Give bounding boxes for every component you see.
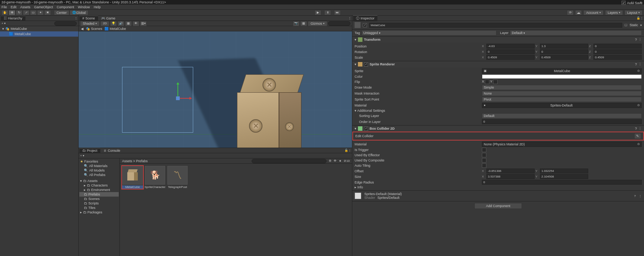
- order-input[interactable]: 0: [482, 119, 642, 124]
- flip-x-checkbox[interactable]: [485, 80, 489, 84]
- position-y-input[interactable]: 1.3: [540, 44, 588, 49]
- filter-icon[interactable]: ⚙: [329, 159, 331, 163]
- play-button[interactable]: ▶: [315, 10, 321, 15]
- size-x-input[interactable]: 3.537388: [486, 174, 535, 179]
- star-icon[interactable]: ★: [339, 159, 341, 163]
- effector-checkbox[interactable]: [482, 153, 486, 157]
- menu-help[interactable]: Help: [94, 5, 101, 9]
- lock-icon[interactable]: 🔓: [637, 16, 640, 20]
- hierarchy-search-input[interactable]: [54, 21, 77, 26]
- tree-assets[interactable]: ▾ 🗀 Assets: [79, 179, 119, 183]
- tree-all-prefabs[interactable]: 🔍 All Prefabs: [79, 173, 119, 177]
- inspector-tab[interactable]: ⓘ Inspector: [353, 15, 377, 21]
- scale-z-input[interactable]: 0.4509: [593, 55, 642, 60]
- scale-x-input[interactable]: 0.4509: [486, 55, 535, 60]
- account-dropdown[interactable]: Account: [583, 10, 604, 15]
- hierarchy-item-metalcube[interactable]: 🟦 MetalCube: [0, 31, 78, 37]
- help-icon[interactable]: ?: [635, 127, 637, 130]
- transform-tool-button[interactable]: ✦: [37, 10, 44, 15]
- scene-search-input[interactable]: [328, 21, 350, 26]
- hand-tool-button[interactable]: ✋: [1, 10, 8, 15]
- edit-collider-button[interactable]: ✎: [634, 133, 641, 139]
- hidden-toggle-icon[interactable]: 👁: [133, 21, 139, 26]
- tree-favorites[interactable]: ★Favorites: [79, 159, 119, 164]
- active-checkbox[interactable]: [363, 23, 367, 27]
- 2d-toggle[interactable]: 2D: [100, 21, 109, 26]
- help-icon[interactable]: ?: [635, 38, 637, 41]
- custom-tool-button[interactable]: ✖: [44, 10, 51, 15]
- sprite-field[interactable]: ▣ MetalCube: [482, 68, 642, 74]
- breadcrumb-asset[interactable]: 🟦 MetalCube: [104, 27, 126, 31]
- tag-dropdown[interactable]: Untagged ▾: [362, 30, 496, 36]
- scene-viewport[interactable]: ✕ ✕ ✕: [79, 31, 352, 148]
- move-tool-button[interactable]: ✥: [9, 10, 15, 15]
- shading-dropdown[interactable]: Shaded: [80, 21, 100, 26]
- color-field[interactable]: [482, 74, 642, 79]
- offset-y-input[interactable]: 1.032254: [540, 169, 588, 173]
- offset-x-input[interactable]: -0.851306: [486, 169, 535, 173]
- rotate-tool-button[interactable]: ↻: [16, 10, 22, 15]
- phys-material-field[interactable]: None (Physics Material 2D): [482, 142, 642, 147]
- position-x-input[interactable]: -4.63: [486, 44, 535, 49]
- path-prefabs[interactable]: Prefabs: [136, 159, 148, 163]
- sprite-enabled-checkbox[interactable]: [364, 62, 368, 67]
- hidden-icon[interactable]: 👁: [334, 159, 337, 163]
- tree-scripts[interactable]: 🗀 Scripts: [79, 201, 119, 206]
- composite-checkbox[interactable]: [482, 158, 486, 163]
- help-icon[interactable]: ?: [635, 62, 637, 66]
- sorting-layer-dropdown[interactable]: Default: [482, 113, 642, 118]
- scale-tool-button[interactable]: ⤢: [23, 10, 30, 15]
- rect-tool-button[interactable]: ▭: [30, 10, 37, 15]
- menu-window[interactable]: Window: [78, 5, 90, 9]
- tree-all-materials[interactable]: 🔍 All Materials: [79, 164, 119, 168]
- cloud-icon[interactable]: ☁: [575, 10, 582, 15]
- asset-metalcube[interactable]: MetalCube: [122, 166, 143, 189]
- tree-packages[interactable]: ▸ 🗀 Packages: [79, 210, 119, 215]
- tree-prefabs[interactable]: 🗀 Prefabs: [79, 192, 119, 197]
- project-add-button[interactable]: + ▾: [80, 154, 84, 157]
- component-menu-icon[interactable]: ⋮: [638, 38, 642, 41]
- rotation-z-input[interactable]: 0: [593, 49, 642, 54]
- material-title[interactable]: Sprites-Default (Material): [364, 192, 631, 196]
- lighting-toggle-icon[interactable]: 💡: [110, 21, 117, 26]
- gizmos-dropdown[interactable]: Gizmos: [308, 21, 327, 26]
- pause-button[interactable]: ⏸: [324, 10, 331, 15]
- collab-icon[interactable]: ⟳: [567, 10, 574, 15]
- tiling-checkbox[interactable]: [482, 163, 486, 168]
- asset-telegraphpost[interactable]: 〽 TelegraphPost: [167, 166, 188, 189]
- menu-file[interactable]: File: [1, 5, 7, 9]
- size-y-input[interactable]: 2.104508: [540, 174, 588, 179]
- path-assets[interactable]: Assets: [122, 159, 132, 163]
- panel-menu-icon[interactable]: ⋮: [348, 149, 351, 152]
- shader-dropdown[interactable]: Sprites/Default: [377, 196, 631, 200]
- tree-characters[interactable]: ▸ 🗀 Characters: [79, 183, 119, 188]
- box-collider-header[interactable]: ▾ Box Collider 2D ?⋮: [352, 126, 644, 132]
- tree-all-models[interactable]: 🔍 All Models: [79, 168, 119, 173]
- object-name-input[interactable]: MetalCube: [369, 23, 622, 28]
- scale-y-input[interactable]: 0.4509: [540, 55, 588, 60]
- step-button[interactable]: ⏭: [334, 10, 341, 15]
- position-z-input[interactable]: 0: [593, 44, 642, 49]
- material-field[interactable]: ● Sprites-Default: [482, 103, 642, 108]
- help-icon[interactable]: ?: [634, 194, 636, 198]
- component-menu-icon[interactable]: ⋮: [638, 62, 642, 66]
- edge-radius-input[interactable]: 0: [482, 180, 642, 185]
- is-trigger-checkbox[interactable]: [482, 148, 486, 152]
- sprite-renderer-header[interactable]: ▾ Sprite Renderer ?⋮: [352, 61, 644, 67]
- slider-icon[interactable]: ⊘10: [344, 159, 350, 163]
- add-component-button[interactable]: Add Component: [474, 203, 522, 209]
- hierarchy-scene[interactable]: ▾ 🎭 MetalCube: [0, 26, 78, 31]
- transform-header[interactable]: ▾ Transform ?⋮: [352, 37, 644, 43]
- scene-tab[interactable]: # Scene: [79, 16, 98, 21]
- mask-dropdown[interactable]: None: [482, 91, 642, 96]
- rotation-y-input[interactable]: 0: [540, 49, 588, 54]
- hierarchy-add-button[interactable]: + ▾: [1, 22, 6, 25]
- tools-icon[interactable]: ▦: [300, 21, 307, 26]
- hierarchy-tab[interactable]: ☷ Hierarchy: [1, 16, 25, 21]
- menu-gameobject[interactable]: GameObject: [34, 5, 53, 9]
- lock-icon[interactable]: 🔓: [344, 149, 348, 152]
- audio-toggle-icon[interactable]: 🔊: [118, 21, 124, 26]
- tree-environment[interactable]: ▸ 🗀 Environment: [79, 188, 119, 192]
- flip-y-checkbox[interactable]: [493, 80, 498, 84]
- layer-dropdown[interactable]: Default ▾: [510, 30, 642, 36]
